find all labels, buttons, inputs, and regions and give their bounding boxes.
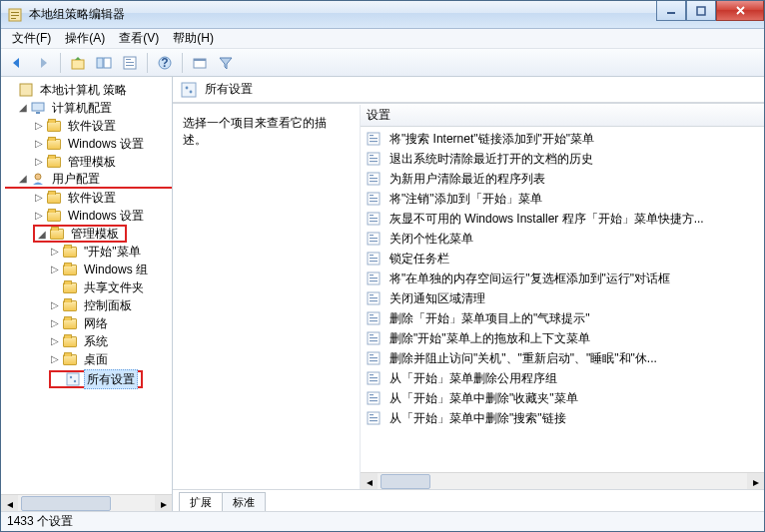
titlebar[interactable]: 本地组策略编辑器 [1,1,764,29]
list-pane: 设置 将"搜索 Internet"链接添加到"开始"菜单退出系统时清除最近打开的… [361,105,764,489]
tab-extended[interactable]: 扩展 [179,492,223,511]
tree-h-scrollbar[interactable]: ◂ ▸ [1,494,172,511]
tree-item[interactable]: ▷Windows 设置 [5,207,172,225]
list-item[interactable]: 退出系统时清除最近打开的文档的历史 [361,149,764,169]
list-h-scrollbar[interactable]: ◂ ▸ [361,472,764,489]
list-item[interactable]: 灰显不可用的 Windows Installer 程序「开始」菜单快捷方... [361,209,764,229]
tree-admin-templates[interactable]: 管理模板 [68,226,122,243]
svg-rect-53 [370,258,378,259]
list-item[interactable]: 从「开始」菜单中删除"收藏夹"菜单 [361,388,764,408]
svg-rect-6 [72,60,84,69]
column-settings[interactable]: 设置 [367,107,390,124]
filter-button[interactable] [214,51,238,75]
tree-root[interactable]: 本地计算机 策略 [5,81,172,99]
list-header[interactable]: 设置 [361,105,764,127]
scroll-thumb[interactable] [381,474,430,489]
svg-rect-34 [370,161,378,162]
scroll-left-icon[interactable]: ◂ [1,495,18,511]
svg-rect-41 [370,198,378,199]
tree-computer-config[interactable]: ◢ 计算机配置 [5,99,172,117]
collapse-icon[interactable]: ◢ [17,170,29,188]
list-item[interactable]: 删除"开始"菜单上的拖放和上下文菜单 [361,328,764,348]
menu-file[interactable]: 文件(F) [5,28,58,49]
tree-item[interactable]: ▷Windows 组 [5,261,172,278]
window-title: 本地组策略编辑器 [29,6,125,23]
collapse-icon[interactable]: ◢ [17,99,29,117]
svg-rect-82 [370,400,378,401]
svg-rect-32 [370,155,374,156]
show-hide-tree-button[interactable] [92,51,116,75]
list-item[interactable]: 将"搜索 Internet"链接添加到"开始"菜单 [361,129,764,149]
tree-item[interactable]: ▷控制面板 [5,296,172,314]
expand-icon[interactable]: ▷ [49,261,61,278]
expand-icon[interactable]: ▷ [33,153,45,171]
expand-icon[interactable]: ▷ [33,135,45,153]
scroll-right-icon[interactable]: ▸ [747,473,764,489]
list-item[interactable]: 关闭通知区域清理 [361,288,764,308]
svg-rect-68 [370,334,374,335]
svg-rect-28 [370,135,374,136]
svg-rect-66 [370,320,378,321]
tab-standard[interactable]: 标准 [222,492,266,511]
tree-item[interactable]: ▷软件设置 [5,117,172,135]
menu-help[interactable]: 帮助(H) [166,28,221,49]
list-item[interactable]: 删除「开始」菜单项目上的"气球提示" [361,308,764,328]
expand-icon[interactable]: ▷ [49,332,61,350]
scroll-left-icon[interactable]: ◂ [361,473,378,489]
list-item[interactable]: 为新用户清除最近的程序列表 [361,169,764,189]
tree-item[interactable]: ▷管理模板 [5,153,172,171]
expand-icon[interactable]: ▷ [49,243,61,261]
folder-icon [62,279,78,295]
tree-user-config[interactable]: ◢ 用户配置 [5,171,172,189]
back-button[interactable] [5,51,29,75]
expand-icon[interactable]: ▷ [33,189,45,207]
list-item[interactable]: 删除并阻止访问"关机"、"重新启动"、"睡眠"和"休... [361,348,764,368]
expand-icon[interactable]: ▷ [33,117,45,135]
tree-all-settings[interactable]: 所有设置 [84,370,138,388]
folder-icon [62,244,78,260]
svg-rect-52 [370,255,374,256]
svg-rect-49 [370,238,378,239]
expand-icon[interactable]: ▷ [49,350,61,368]
tree-item[interactable]: ▷"开始"菜单 [5,243,172,261]
minimize-button[interactable] [656,1,686,21]
collapse-icon[interactable]: ◢ [36,229,48,240]
list-item[interactable]: 从「开始」菜单中删除"搜索"链接 [361,408,764,428]
tree-item[interactable]: ▷系统 [5,332,172,350]
list-item[interactable]: 将"注销"添加到「开始」菜单 [361,189,764,209]
settings-list[interactable]: 将"搜索 Internet"链接添加到"开始"菜单退出系统时清除最近打开的文档的… [361,127,764,472]
forward-button[interactable] [31,51,55,75]
list-item[interactable]: 关闭个性化菜单 [361,229,764,249]
svg-rect-7 [97,58,103,68]
list-item[interactable]: 锁定任务栏 [361,249,764,268]
options-button[interactable] [188,51,212,75]
svg-rect-61 [370,297,378,298]
maximize-button[interactable] [686,1,716,21]
expand-icon[interactable]: ▷ [49,296,61,314]
folder-icon [62,262,78,277]
close-button[interactable] [716,1,764,21]
app-icon [7,7,23,23]
menu-view[interactable]: 查看(V) [112,28,166,49]
expand-icon[interactable]: ▷ [49,314,61,332]
svg-rect-11 [126,62,134,63]
help-button[interactable]: ? [153,51,177,75]
expand-icon[interactable]: ▷ [33,207,45,225]
list-item[interactable]: 将"在单独的内存空间运行"复选框添加到"运行"对话框 [361,268,764,288]
menu-action[interactable]: 操作(A) [58,28,112,49]
scroll-thumb[interactable] [21,496,111,511]
svg-rect-70 [370,340,378,341]
tree-item[interactable]: ▷网络 [5,314,172,332]
policy-item-icon [367,172,381,186]
tree[interactable]: 本地计算机 策略 ◢ 计算机配置 ▷软件设置 ▷Windows 设置 ▷管理模板… [1,77,172,494]
window-buttons [656,1,764,21]
list-item[interactable]: 从「开始」菜单删除公用程序组 [361,368,764,388]
up-button[interactable] [66,51,90,75]
tree-item[interactable]: ▷Windows 设置 [5,135,172,153]
scroll-right-icon[interactable]: ▸ [155,495,172,511]
tree-item[interactable]: 共享文件夹 [5,278,172,296]
tree-item[interactable]: ▷桌面 [5,350,172,368]
settings-icon [65,371,81,387]
properties-button[interactable] [118,51,142,75]
tree-item[interactable]: ▷软件设置 [5,189,172,207]
